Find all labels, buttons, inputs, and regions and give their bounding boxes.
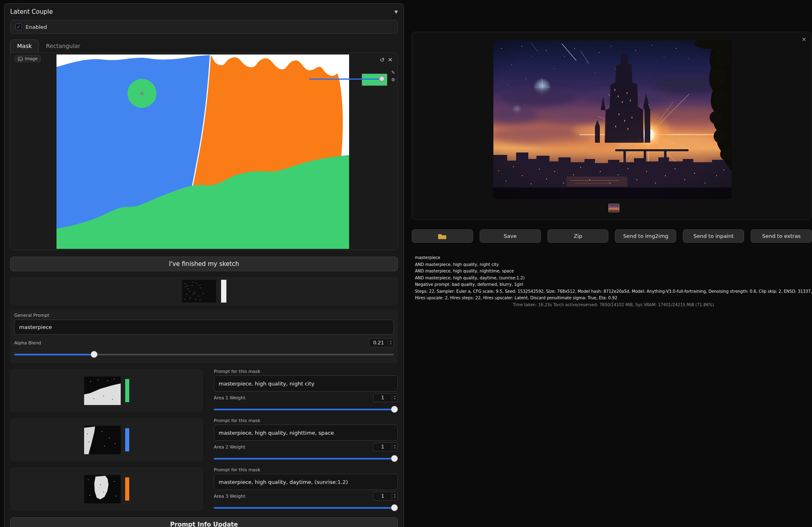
generation-info-line: AND masterpiece, high quality, night cit… — [415, 261, 812, 268]
enabled-label: Enabled — [26, 24, 47, 30]
brush-icon[interactable]: ✎ — [391, 70, 395, 75]
mask-prompt-label-2: Prompt for this mask — [214, 418, 398, 423]
save-button[interactable]: Save — [480, 229, 541, 243]
area-weight-slider-2[interactable] — [214, 455, 398, 462]
mask-prompt-label-1: Prompt for this mask — [214, 369, 398, 374]
general-prompt-label: General Prompt — [14, 313, 394, 318]
mask-prompt-input-1[interactable]: masterpiece, high quality, night city — [214, 375, 398, 392]
mask-prompt-input-2[interactable]: masterpiece, high quality, nighttime, sp… — [214, 425, 398, 441]
finished-sketch-button[interactable]: I've finished my sketch — [10, 257, 398, 271]
open-folder-button[interactable] — [412, 229, 473, 243]
generation-params-line: Steps: 22, Sampler: Euler a, CFG scale: … — [415, 288, 812, 302]
number-steppers[interactable]: ▴ ▾ — [388, 340, 393, 346]
mask-row-2: Prompt for this mask masterpiece, high q… — [10, 418, 398, 462]
generation-info-line: AND masterpiece, high quality, nighttime… — [415, 268, 812, 275]
area-weight-slider-3[interactable] — [214, 504, 398, 512]
generation-info-line: Negative prompt: bad quality, deformed, … — [415, 281, 812, 288]
sketch-painting — [56, 54, 349, 249]
prompt-info-update-button[interactable]: Prompt Info Update — [10, 517, 398, 527]
area-weight-label-1: Area 1 Weight — [214, 395, 245, 401]
generated-image[interactable] — [493, 40, 732, 199]
area-weight-slider-handle-3[interactable] — [391, 504, 398, 511]
number-steppers[interactable]: ▴ ▾ — [392, 493, 397, 499]
generated-image-art — [493, 40, 732, 199]
mask-row-1: Prompt for this mask masterpiece, high q… — [10, 369, 398, 412]
sketch-gallery — [10, 277, 398, 305]
area-weight-label-3: Area 3 Weight — [214, 494, 245, 499]
send-inpaint-button[interactable]: Send to inpaint — [683, 229, 744, 243]
area-weight-slider-handle-1[interactable] — [391, 406, 398, 413]
mask-color-bar-1 — [125, 379, 129, 402]
color-picker-icon[interactable]: ⚙ — [391, 77, 395, 83]
send-img2img-button[interactable]: Send to img2img — [615, 229, 676, 243]
mask-row-3: Prompt for this mask masterpiece, high q… — [10, 467, 398, 511]
time-taken-line: Time taken: 16.23s Torch active/reserved… — [415, 303, 812, 307]
close-icon[interactable]: ✕ — [801, 36, 806, 43]
image-icon — [18, 57, 23, 61]
zip-button[interactable]: Zip — [547, 229, 609, 243]
sketch-canvas[interactable] — [56, 54, 349, 249]
alpha-blend-slider[interactable] — [14, 351, 394, 358]
generation-info: masterpiece AND masterpiece, high qualit… — [415, 255, 812, 307]
mask-color-bar-2 — [125, 428, 129, 451]
tab-bar: Mask Rectangular — [10, 39, 398, 52]
undo-icon[interactable]: ↺ — [380, 57, 384, 63]
brush-size-slider[interactable] — [309, 78, 382, 80]
alpha-blend-slider-handle[interactable] — [91, 351, 98, 358]
stepper-down-icon[interactable]: ▾ — [394, 447, 396, 450]
mask-thumbnail-2[interactable] — [84, 426, 121, 454]
area-weight-slider-1[interactable] — [214, 406, 398, 413]
alpha-blend-label: Alpha Blend — [14, 340, 41, 346]
send-extras-button[interactable]: Send to extras — [751, 229, 812, 243]
area-weight-label-2: Area 2 Weight — [214, 444, 245, 450]
gallery-thumbnail[interactable] — [608, 204, 619, 212]
latent-couple-panel: Latent Couple ▼ ✓ Enabled Mask Rectangul… — [4, 3, 404, 527]
clear-icon[interactable]: ✕ — [388, 57, 393, 63]
area-weight-number-3[interactable]: 1 ▴ ▾ — [373, 492, 398, 501]
brush-size-handle[interactable] — [379, 76, 385, 82]
sketch-editor: Image ↺ ✕ ✎ ⚙ — [10, 52, 398, 250]
area-weight-number-2[interactable]: 1 ▴ ▾ — [373, 442, 398, 451]
output-actions: Save Zip Send to img2img Send to inpaint… — [412, 229, 812, 243]
mask-color-bar-3 — [125, 477, 129, 501]
generation-info-line: AND masterpiece, high quality, daytime, … — [415, 275, 812, 282]
mask-prompt-input-3[interactable]: masterpiece, high quality, daytime, (sun… — [214, 474, 398, 490]
enabled-checkbox[interactable]: ✓ — [15, 24, 22, 30]
enabled-checkbox-row[interactable]: ✓ Enabled — [10, 20, 398, 34]
area-weight-slider-handle-2[interactable] — [391, 455, 398, 462]
alpha-blend-number[interactable]: 0.21 ▴ ▾ — [369, 338, 394, 347]
area-weight-number-1[interactable]: 1 ▴ ▾ — [373, 393, 398, 402]
general-prompt-block: General Prompt masterpiece Alpha Blend 0… — [10, 309, 398, 363]
mask-thumbnail-3[interactable] — [84, 475, 121, 503]
stepper-down-icon[interactable]: ▾ — [390, 343, 392, 346]
mask-preview-card — [10, 418, 203, 462]
folder-icon — [438, 233, 447, 240]
mask-prompt-label-3: Prompt for this mask — [214, 467, 398, 473]
gallery-color-bar — [221, 280, 226, 303]
mask-preview-card — [10, 467, 203, 511]
panel-header: Latent Couple ▼ — [10, 4, 398, 20]
output-gallery: ✕ — [412, 32, 812, 220]
stepper-down-icon[interactable]: ▾ — [394, 398, 396, 401]
number-steppers[interactable]: ▴ ▾ — [392, 444, 397, 450]
chevron-down-icon[interactable]: ▼ — [395, 9, 398, 15]
image-label: Image — [25, 57, 37, 61]
generation-info-line: masterpiece — [415, 255, 812, 261]
tab-mask[interactable]: Mask — [10, 39, 39, 52]
number-steppers[interactable]: ▴ ▾ — [392, 395, 397, 401]
image-label-chip: Image — [15, 55, 41, 62]
mask-thumbnail-1[interactable] — [84, 377, 121, 405]
sketch-thumbnail[interactable] — [182, 280, 216, 303]
general-prompt-input[interactable]: masterpiece — [14, 320, 394, 335]
panel-title: Latent Couple — [10, 8, 53, 15]
mask-preview-card — [10, 369, 203, 412]
check-icon: ✓ — [17, 24, 21, 29]
stepper-down-icon[interactable]: ▾ — [394, 496, 396, 499]
tab-rectangular[interactable]: Rectangular — [39, 40, 87, 52]
